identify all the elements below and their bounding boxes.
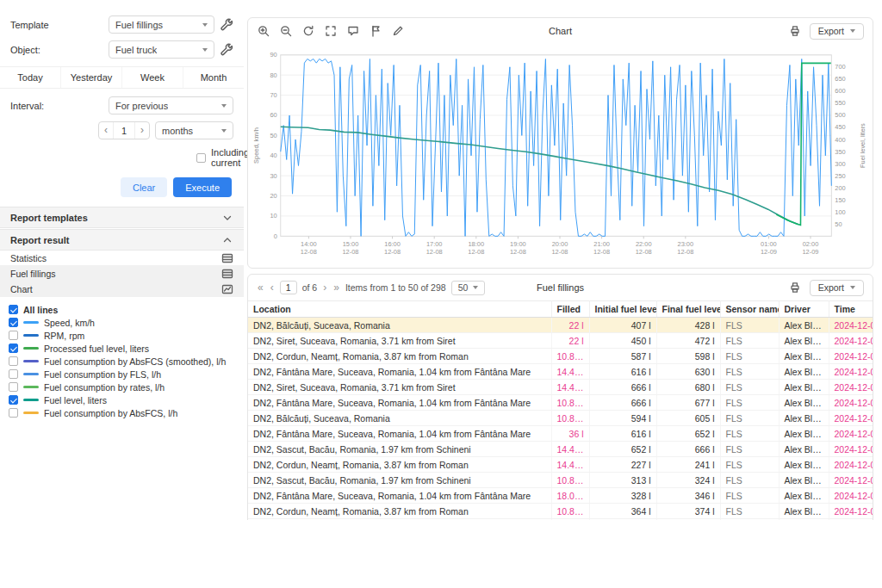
interval-count-input[interactable]	[113, 122, 135, 139]
legend-item-1[interactable]: Speed, km/h	[9, 316, 235, 329]
legend-checkbox[interactable]	[9, 305, 18, 314]
legend-item-7[interactable]: Fuel level, liters	[9, 393, 235, 406]
table-row[interactable]: DN2, Bălcăuți, Suceava, Romania22 l407 l…	[248, 318, 873, 333]
report-result-item-chart[interactable]: Chart	[0, 282, 244, 297]
table-row[interactable]: DN2, Sascut, Bacău, Romania, 1.97 km fro…	[248, 473, 873, 488]
cell-time: 2024-12-01 09:11:35	[829, 457, 873, 473]
legend-item-6[interactable]: Fuel consumption by rates, l/h	[9, 381, 235, 393]
legend-checkbox[interactable]	[9, 369, 18, 379]
legend-checkbox[interactable]	[9, 356, 18, 366]
cell-time: 2024-12-01 03:32:16	[829, 380, 873, 395]
stepper-increment-button[interactable]: ›	[135, 122, 149, 139]
object-settings-icon[interactable]	[220, 43, 233, 57]
table-export-button[interactable]: Export	[810, 280, 864, 296]
table-row[interactable]: DN2, Sascut, Bacău, Romania, 1.97 km fro…	[248, 519, 873, 521]
range-tab-today[interactable]: Today	[0, 67, 60, 88]
cell-filled: 14.40 l	[551, 442, 589, 457]
last-page-button[interactable]: »	[332, 282, 340, 294]
section-report-templates[interactable]: Report templates	[0, 207, 244, 228]
svg-text:12-08: 12-08	[384, 248, 401, 256]
edit-icon[interactable]	[391, 25, 404, 38]
table-row[interactable]: DN2, Cordun, Neamț, Romania, 3.87 km fro…	[248, 504, 873, 519]
table-row[interactable]: DN2, Fântâna Mare, Suceava, Romania, 1.0…	[248, 395, 873, 411]
column-header-location: Location	[248, 301, 551, 318]
stepper-decrement-button[interactable]: ‹	[99, 122, 113, 139]
interval-unit-select[interactable]: months	[155, 121, 233, 139]
series-color-swatch	[23, 399, 39, 401]
page-number-input[interactable]: 1	[280, 281, 297, 294]
table-row[interactable]: DN2, Fântâna Mare, Suceava, Romania, 1.0…	[248, 488, 873, 504]
table-row[interactable]: DN2, Fântâna Mare, Suceava, Romania, 1.0…	[248, 426, 873, 442]
first-page-button[interactable]: «	[257, 282, 264, 294]
series-color-swatch	[23, 321, 39, 324]
table-row[interactable]: DN2, Bălcăuți, Suceava, Romania10.80 l59…	[248, 411, 873, 426]
table-row[interactable]: DN2, Cordun, Neamț, Romania, 3.87 km fro…	[248, 349, 873, 364]
legend-checkbox[interactable]	[9, 331, 18, 340]
cell-sensor-name: FLS	[720, 333, 779, 349]
legend-checkbox[interactable]	[9, 318, 18, 327]
range-tab-yesterday[interactable]: Yesterday	[60, 67, 121, 88]
section-report-result[interactable]: Report result	[0, 229, 244, 251]
table-row[interactable]: DN2, Siret, Suceava, Romania, 3.71 km fr…	[248, 380, 873, 395]
cell-location: DN2, Cordun, Neamț, Romania, 3.87 km fro…	[248, 349, 551, 364]
cell-sensor-name: FLS	[720, 473, 779, 488]
legend-item-3[interactable]: Processed fuel level, liters	[9, 342, 235, 355]
template-select[interactable]: Fuel fillings	[109, 15, 214, 34]
reset-icon[interactable]	[301, 25, 314, 38]
svg-text:22:00: 22:00	[636, 240, 652, 248]
page-size-select[interactable]: 50	[451, 281, 486, 295]
cell-initial-fuel-level: 227 l	[589, 457, 656, 473]
cell-final-fuel-level: 605 l	[656, 411, 720, 426]
legend-item-2[interactable]: RPM, rpm	[9, 329, 235, 342]
legend-checkbox[interactable]	[9, 344, 18, 353]
legend-item-5[interactable]: Fuel consumption by FLS, l/h	[9, 368, 235, 381]
cell-driver: Alex Black	[779, 333, 829, 349]
legend-item-8[interactable]: Fuel consumption by AbsFCS, l/h	[9, 406, 235, 419]
fit-screen-icon[interactable]	[324, 25, 337, 38]
including-current-checkbox[interactable]	[196, 153, 206, 163]
chart-canvas[interactable]: 0102030405060708090501001502002503003504…	[250, 46, 871, 264]
legend-checkbox[interactable]	[9, 408, 18, 418]
print-icon[interactable]	[789, 282, 802, 294]
template-settings-icon[interactable]	[220, 18, 233, 32]
report-result-item-fuel-fillings[interactable]: Fuel fillings	[0, 266, 244, 282]
interval-select[interactable]: For previous	[109, 96, 233, 115]
legend-item-0[interactable]: All lines	[9, 303, 235, 316]
legend-item-4[interactable]: Fuel consumption by AbsFCS (smoothed), l…	[9, 355, 235, 368]
cell-sensor-name: FLS	[720, 395, 779, 411]
cell-filled: 10.80 l	[551, 504, 589, 519]
range-tab-month[interactable]: Month	[183, 67, 244, 88]
prev-page-button[interactable]: ‹	[270, 282, 275, 294]
legend-checkbox[interactable]	[9, 395, 18, 405]
cell-final-fuel-level: 241 l	[656, 457, 720, 473]
legend-checkbox[interactable]	[9, 382, 18, 392]
cell-filled: 10.80 l	[551, 519, 589, 521]
execute-button[interactable]: Execute	[173, 177, 232, 197]
table-row[interactable]: DN2, Cordun, Neamț, Romania, 3.87 km fro…	[248, 457, 873, 473]
result-item-label: Chart	[10, 284, 33, 294]
range-tab-week[interactable]: Week	[121, 67, 183, 88]
table-row[interactable]: DN2, Fântâna Mare, Suceava, Romania, 1.0…	[248, 364, 873, 380]
print-icon[interactable]	[789, 25, 802, 38]
zoom-in-icon[interactable]	[257, 25, 270, 38]
svg-text:02:00: 02:00	[803, 240, 819, 248]
cell-final-fuel-level: 598 l	[656, 349, 720, 364]
table-row[interactable]: DN2, Sascut, Bacău, Romania, 1.97 km fro…	[248, 442, 873, 457]
svg-text:19:00: 19:00	[510, 240, 526, 248]
cell-driver: Alex Black	[779, 411, 829, 426]
chart-export-button[interactable]: Export	[810, 23, 864, 40]
cell-sensor-name: FLS	[720, 364, 779, 380]
cell-sensor-name: FLS	[720, 380, 779, 395]
markers-icon[interactable]	[369, 25, 382, 38]
next-page-button[interactable]: ›	[322, 282, 327, 294]
object-select-value: Fuel truck	[115, 45, 157, 55]
cell-initial-fuel-level: 666 l	[589, 380, 656, 395]
object-select[interactable]: Fuel truck	[109, 40, 214, 59]
zoom-out-icon[interactable]	[279, 25, 292, 38]
chevron-down-icon	[473, 286, 478, 289]
table-row[interactable]: DN2, Siret, Suceava, Romania, 3.71 km fr…	[248, 333, 873, 349]
tooltip-icon[interactable]	[346, 25, 359, 38]
report-result-item-statistics[interactable]: Statistics	[0, 251, 244, 266]
clear-button[interactable]: Clear	[121, 177, 167, 197]
legend-label: Fuel consumption by rates, l/h	[44, 382, 165, 393]
